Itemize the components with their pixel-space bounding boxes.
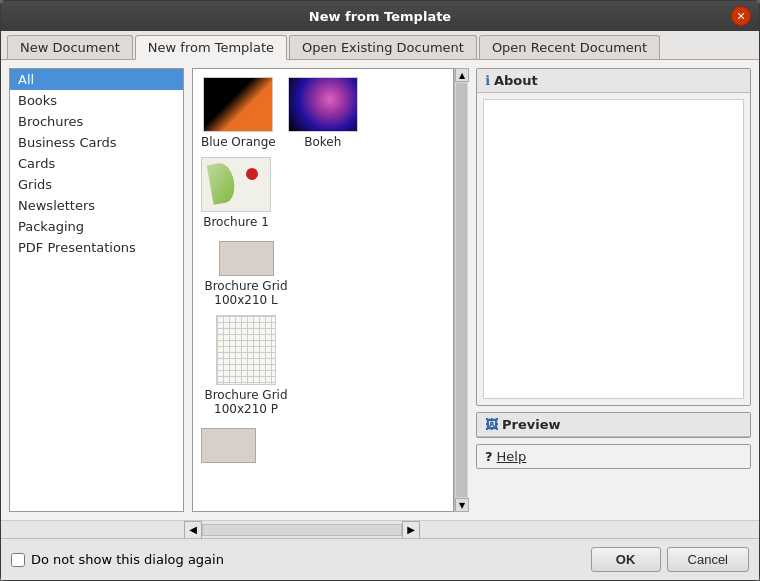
tab-open-existing[interactable]: Open Existing Document [289,35,477,59]
template-thumb-grid-p [217,316,275,384]
scroll-right-button[interactable]: ▶ [402,521,420,539]
template-grid: Blue Orange Bokeh [192,68,454,512]
dot-decoration [246,168,258,180]
about-label: About [494,73,538,88]
preview-icon: 🖼 [485,417,498,432]
ok-button[interactable]: OK [591,547,661,572]
template-label-brochure1: Brochure 1 [203,215,269,229]
help-icon: ? [485,449,493,464]
template-more[interactable] [201,428,256,463]
tab-new-from-template[interactable]: New from Template [135,35,287,60]
template-thumb-blue-orange [204,78,272,131]
dont-show-checkbox[interactable] [11,553,25,567]
template-thumb-more [201,428,256,463]
template-thumb-brochure1 [202,158,270,211]
dont-show-area: Do not show this dialog again [11,552,224,567]
help-label: Help [497,449,527,464]
info-icon: ℹ [485,73,490,88]
cancel-button[interactable]: Cancel [667,547,749,572]
category-all[interactable]: All [10,69,183,90]
category-grids[interactable]: Grids [10,174,183,195]
template-brochure1[interactable]: Brochure 1 [201,157,271,229]
template-label-grid-p: Brochure Grid 100x210 P [201,388,291,416]
preview-section: 🖼 Preview [476,412,751,438]
help-header: ? Help [477,445,750,468]
scroll-down-button[interactable]: ▼ [455,498,469,512]
horizontal-scroll-track[interactable] [202,524,402,536]
template-bokeh[interactable]: Bokeh [288,77,358,149]
template-label-blue-orange: Blue Orange [201,135,276,149]
preview-header: 🖼 Preview [477,413,750,437]
about-content-area [483,99,744,399]
category-list: All Books Brochures Business Cards Cards… [9,68,184,512]
main-content: All Books Brochures Business Cards Cards… [1,60,759,520]
title-bar: New from Template ✕ [1,1,759,31]
scroll-thumb[interactable] [456,83,467,497]
category-pdf-presentations[interactable]: PDF Presentations [10,237,183,258]
scroll-up-button[interactable]: ▲ [455,68,469,82]
dialog: New from Template ✕ New Document New fro… [0,0,760,581]
help-section[interactable]: ? Help [476,444,751,469]
close-button[interactable]: ✕ [731,6,751,26]
category-cards[interactable]: Cards [10,153,183,174]
dialog-title: New from Template [309,9,451,24]
template-thumb-bokeh [289,78,357,131]
category-business-cards[interactable]: Business Cards [10,132,183,153]
category-newsletters[interactable]: Newsletters [10,195,183,216]
preview-label: Preview [502,417,561,432]
template-brochure-grid-p[interactable]: Brochure Grid 100x210 P [201,315,291,416]
template-thumb-grid-l [219,241,274,276]
template-brochure-grid-l[interactable]: Brochure Grid 100x210 L [201,241,291,307]
tab-bar: New Document New from Template Open Exis… [1,31,759,60]
category-brochures[interactable]: Brochures [10,111,183,132]
scroll-left-button[interactable]: ◀ [184,521,202,539]
about-section: ℹ About [476,68,751,406]
horizontal-scrollbar[interactable]: ◀ ▶ [184,521,420,539]
about-header: ℹ About [477,69,750,93]
dont-show-label: Do not show this dialog again [31,552,224,567]
category-books[interactable]: Books [10,90,183,111]
footer: Do not show this dialog again OK Cancel [1,538,759,580]
template-blue-orange[interactable]: Blue Orange [201,77,276,149]
right-panel: ℹ About 🖼 Preview ? Help [476,68,751,512]
footer-buttons: OK Cancel [591,547,749,572]
template-row-1: Blue Orange Bokeh [201,77,358,153]
tab-open-recent[interactable]: Open Recent Document [479,35,660,59]
middle-container: Blue Orange Bokeh [192,68,468,512]
leaf-decoration [207,161,238,205]
vertical-scrollbar[interactable]: ▲ ▼ [454,68,468,512]
template-label-bokeh: Bokeh [304,135,341,149]
template-label-grid-l: Brochure Grid 100x210 L [201,279,291,307]
tab-new-document[interactable]: New Document [7,35,133,59]
category-packaging[interactable]: Packaging [10,216,183,237]
horizontal-scrollbar-area: ◀ ▶ [1,520,759,538]
